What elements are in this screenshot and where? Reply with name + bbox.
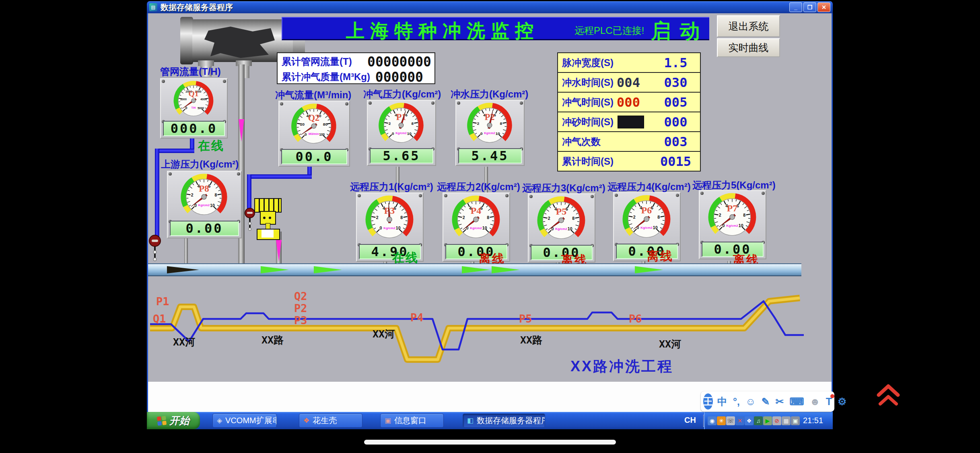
screw-icon [520,101,523,105]
screw-icon [529,195,533,198]
punctuation-icon[interactable]: °, [733,397,740,407]
svg-text:P2: P2 [485,112,495,122]
profile-label-P1: P1 [156,295,169,308]
svg-text:0: 0 [379,225,382,230]
taskbar-task-2[interactable]: ❖花生壳 [299,414,362,428]
param-row: 冲砂时间(S)000 [558,112,700,132]
gauge-dial-P2: 0246810P2Kg/cm2 [456,101,523,150]
q1-signal-pipe-v2 [155,149,159,238]
scroll-up-chevron-icon[interactable] [874,381,903,410]
param-black-box [618,116,644,128]
task-label: 花生壳 [313,415,337,426]
language-indicator[interactable]: CH [684,416,696,425]
scissors-icon[interactable]: ✂ [775,397,784,407]
settings-gear-icon[interactable]: ⚙ [838,397,846,407]
svg-text:8: 8 [214,193,217,197]
svg-text:2: 2 [548,216,550,221]
screw-icon [369,101,372,105]
flow-arrow-right-icon [492,266,520,273]
profile-label-P4: P4 [410,311,424,324]
maximize-button[interactable]: ❐ [803,2,816,12]
blocked-call-icon[interactable]: ⊘ [772,416,781,425]
profile-label-Q1: Q1 [153,312,166,325]
taskbar-task-3[interactable]: ▣信息窗口 [380,414,444,428]
screw-icon [700,192,704,195]
pen-icon[interactable]: ✎ [761,397,770,407]
svg-text:M3/min: M3/min [309,132,319,136]
minimize-button[interactable]: _ [789,2,802,12]
database-run-icon[interactable]: ▶ [763,416,772,425]
taskbar-task-4[interactable]: ◧数据存储服务器程序 [463,414,545,428]
screw-icon [591,195,594,198]
home-indicator-bar[interactable] [364,440,616,445]
start-button[interactable]: 开始 [147,412,200,429]
ime-logo-icon[interactable]: 王 [703,393,713,410]
plc-status: 远程PLC已连接! [574,24,644,37]
display-grid-icon[interactable]: ▦ [782,416,791,425]
gauge-dial-P7: 0246810P7Kg/cm2 [700,191,765,243]
svg-text:Kg/cm2: Kg/cm2 [470,226,482,230]
project-title: XX路冲洗工程 [570,357,673,376]
flow-arrow-right-icon [167,266,199,273]
person-icon[interactable]: ☻ [809,397,820,407]
taskbar-clock[interactable]: 21:51 [803,416,823,425]
update-sun-icon[interactable]: ✳ [717,416,726,425]
screw-icon [444,194,447,197]
start-label: 开始 [169,414,189,427]
q2-signal-pipe-h [247,174,312,179]
chinese-mode-icon[interactable]: 中 [717,397,727,407]
media-note-icon[interactable]: ♫ [754,416,763,425]
screw-icon [223,80,226,83]
gauge-label-Q1: 管网流量(T/H) [160,65,221,78]
screw-icon [280,102,283,105]
svg-text:8: 8 [572,216,574,221]
network-places-icon[interactable]: ❖ [745,416,754,425]
param-value: 1.5 [655,55,697,70]
svg-text:T/H: T/H [191,106,196,109]
gauge-dial-P8: 0246810P8Kg/cm2 [168,172,240,222]
actuator-box [260,211,276,225]
gauge-label-P4: 远程压力2(Kg/cm²) [437,180,520,193]
param-row: 冲气时间(S)000005 [558,93,700,112]
valve-body [257,229,280,240]
svg-text:2: 2 [719,213,721,217]
svg-text:1000: 1000 [180,97,187,101]
svg-text:Q2: Q2 [308,113,319,123]
screw-icon [505,194,509,197]
monitor-icon[interactable]: ▣ [791,416,800,425]
close-button[interactable]: ✕ [817,2,830,12]
gauge-value-P2: 5.45 [458,148,522,163]
network-error-icon[interactable]: ✕ [735,416,744,425]
gauge-Q1: 010002000300040005000Q1T/H000.0 [160,78,228,139]
gauge-label-P3: 远程压力1(Kg/cm²) [350,180,433,193]
keyboard-icon[interactable]: ⌨ [789,397,804,407]
exit-system-button[interactable]: 退出系统 [717,15,780,37]
svg-text:80: 80 [323,122,328,126]
svg-text:0: 0 [480,131,483,136]
skin-shirt-icon[interactable]: T [826,397,832,407]
param-value: 0015 [655,154,697,169]
flow-arrow-right-icon [462,266,490,273]
realtime-curve-button[interactable]: 实时曲线 [717,38,780,57]
svg-text:10: 10 [653,225,658,230]
gauge-value-Q1: 000.0 [163,121,225,136]
data-server-icon: ◧ [467,417,474,424]
svg-text:P4: P4 [471,205,482,216]
param-label: 冲水时间(S) [562,76,614,89]
window-titlebar[interactable]: ▤ 数据存储服务器程序 _ ❐ ✕ [147,1,833,13]
gauge-value-P8: 0.00 [170,221,239,236]
gauge-dial-P6: 0246810P6Kg/cm2 [614,193,679,245]
profile-label-XX河: XX河 [373,327,395,341]
svg-text:Kg/cm2: Kg/cm2 [555,227,567,231]
svg-text:Kg/cm2: Kg/cm2 [640,226,653,230]
screw-icon [457,101,460,105]
param-row: 冲水时间(S)004030 [558,73,700,93]
phone-device-icon[interactable]: ☏ [726,416,735,425]
profile-label-P6: P6 [629,312,642,325]
emoji-icon[interactable]: ☺ [745,397,756,407]
gauge-label-P5: 远程压力3(Kg/cm²) [522,182,605,194]
security-shield-icon[interactable]: ◉ [708,416,716,425]
taskbar-task-1[interactable]: ◈VCOMM扩展串口 [212,414,277,428]
gauge-value-P1: 5.65 [370,148,433,163]
svg-text:0: 0 [392,131,394,136]
